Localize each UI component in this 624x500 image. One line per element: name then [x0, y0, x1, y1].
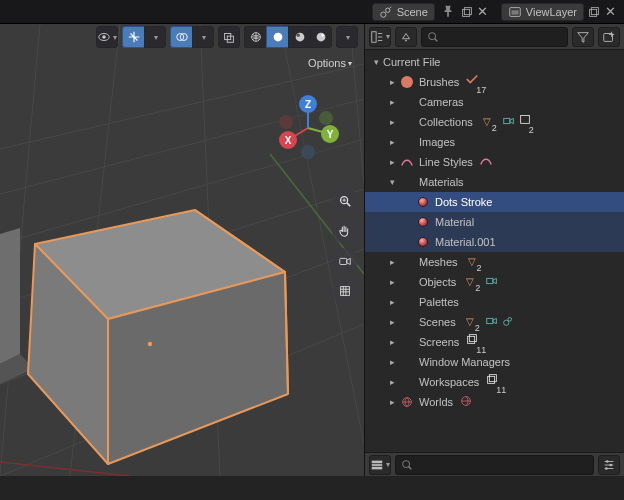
svg-point-38 [296, 34, 300, 38]
screen-badge: 11 [485, 372, 509, 391]
svg-line-70 [435, 38, 438, 41]
new-viewlayer-icon[interactable] [586, 4, 602, 20]
svg-point-30 [102, 35, 106, 39]
disclosure-triangle[interactable]: ▸ [385, 77, 399, 87]
tree-category-window-managers[interactable]: ▸Window Managers [365, 352, 624, 372]
scene-badge [501, 314, 515, 330]
shading-dropdown[interactable]: ▾ [336, 26, 358, 48]
zoom-button[interactable] [332, 188, 358, 214]
disclosure-triangle[interactable]: ▸ [385, 357, 399, 367]
disclosure-triangle[interactable]: ▸ [385, 377, 399, 387]
image-icon [399, 134, 415, 150]
tree-category-palettes[interactable]: ▸Palettes [365, 292, 624, 312]
svg-rect-86 [372, 460, 383, 463]
row-label: Meshes [419, 256, 458, 268]
filter-invert[interactable] [395, 27, 417, 47]
disclosure-triangle[interactable]: ▾ [369, 57, 383, 67]
overlay-dropdown[interactable]: ▾ [192, 26, 214, 48]
tree-category-meshes[interactable]: ▸Meshes▽2 [365, 252, 624, 272]
tree-category-cameras[interactable]: ▸Cameras [365, 92, 624, 112]
outliner-footer: ▾ [365, 452, 624, 476]
svg-point-37 [295, 33, 304, 42]
tree-category-workspaces[interactable]: ▸Workspaces11 [365, 372, 624, 392]
filter-dropdown[interactable] [572, 27, 594, 47]
disclosure-triangle[interactable]: ▸ [385, 257, 399, 267]
disclosure-triangle[interactable]: ▾ [385, 177, 399, 187]
viewport-3d[interactable]: ▾ ▾ ▾ ▾ [0, 24, 364, 476]
disclosure-triangle[interactable]: ▸ [385, 317, 399, 327]
delete-viewlayer-icon[interactable]: ✕ [602, 4, 618, 20]
tree-item-material[interactable]: ▸Material [365, 212, 624, 232]
nav-gizmo[interactable]: X Y Z [270, 90, 346, 166]
new-scene-icon[interactable] [459, 4, 475, 20]
tree-category-line-styles[interactable]: ▸Line Styles [365, 152, 624, 172]
viewport-nav-buttons [332, 188, 358, 304]
row-label: Line Styles [419, 156, 473, 168]
svg-point-45 [319, 111, 333, 125]
outliner-tree[interactable]: ▾Current File▸Brushes17▸Cameras▸Collecti… [365, 50, 624, 452]
gizmo-toggle[interactable] [122, 26, 144, 48]
display-mode-dropdown[interactable]: ▾ [369, 27, 391, 47]
new-collection-button[interactable] [598, 27, 620, 47]
mesh-badge: ▽2 [464, 254, 485, 270]
scene-selector[interactable]: Scene [372, 3, 435, 21]
tree-item-dots-stroke[interactable]: ▸Dots Stroke [365, 192, 624, 212]
disclosure-triangle[interactable]: ▸ [385, 397, 399, 407]
viewlayer-label: ViewLayer [526, 6, 577, 18]
tree-category-objects[interactable]: ▸Objects▽2 [365, 272, 624, 292]
mesh-badge: ▽2 [479, 114, 500, 130]
pan-button[interactable] [332, 218, 358, 244]
row-label: Objects [419, 276, 456, 288]
shading-wireframe[interactable] [244, 26, 266, 48]
footer-editor-type[interactable]: ▾ [369, 455, 391, 475]
footer-search[interactable] [395, 455, 594, 475]
shading-material[interactable] [288, 26, 310, 48]
mesh-badge: ▽2 [462, 314, 483, 330]
disclosure-triangle[interactable]: ▸ [385, 117, 399, 127]
tree-category-worlds[interactable]: ▸Worlds [365, 392, 624, 412]
camera-badge [485, 314, 499, 330]
outliner-search[interactable] [421, 27, 568, 47]
cam-icon [399, 94, 415, 110]
search-icon [400, 458, 414, 472]
delete-scene-icon[interactable]: ✕ [475, 4, 491, 20]
tree-category-screens[interactable]: ▸Screens11 [365, 332, 624, 352]
disclosure-triangle[interactable]: ▸ [385, 97, 399, 107]
gizmo-dropdown[interactable]: ▾ [144, 26, 166, 48]
camera-view-button[interactable] [332, 248, 358, 274]
visibility-dropdown[interactable]: ▾ [96, 26, 118, 48]
svg-rect-76 [487, 278, 493, 283]
tree-category-brushes[interactable]: ▸Brushes17 [365, 72, 624, 92]
tree-category-collections[interactable]: ▸Collections▽22 [365, 112, 624, 132]
tree-category-images[interactable]: ▸Images [365, 132, 624, 152]
outliner-panel: ▾ ▾Current File▸Brushes17▸Cameras▸Collec… [364, 24, 624, 476]
row-label: Images [419, 136, 455, 148]
shading-rendered[interactable] [310, 26, 332, 48]
disclosure-triangle[interactable]: ▸ [385, 137, 399, 147]
disclosure-triangle[interactable]: ▸ [385, 277, 399, 287]
footer-search-input[interactable] [414, 459, 589, 471]
persp-ortho-button[interactable] [332, 278, 358, 304]
disclosure-triangle[interactable]: ▸ [385, 337, 399, 347]
tree-item-material-001[interactable]: ▸Material.001 [365, 232, 624, 252]
svg-rect-75 [520, 116, 529, 124]
xray-toggle[interactable] [218, 26, 240, 48]
tree-category-scenes[interactable]: ▸Scenes▽2 [365, 312, 624, 332]
disclosure-triangle[interactable]: ▸ [385, 297, 399, 307]
footer-options[interactable] [598, 455, 620, 475]
pin-icon[interactable] [441, 4, 455, 20]
brush-icon [399, 74, 415, 90]
svg-point-95 [609, 463, 612, 466]
svg-point-46 [279, 115, 293, 129]
tree-category-materials[interactable]: ▾Materials [365, 172, 624, 192]
svg-point-96 [605, 467, 608, 470]
shading-solid[interactable] [266, 26, 288, 48]
tree-root[interactable]: ▾Current File [365, 52, 624, 72]
camera-badge [485, 274, 499, 290]
search-input[interactable] [440, 31, 563, 43]
viewlayer-selector[interactable]: ViewLayer [501, 3, 584, 21]
overlay-toggle[interactable] [170, 26, 192, 48]
screen-icon [399, 334, 415, 350]
options-dropdown[interactable]: Options ▾ [304, 54, 356, 72]
disclosure-triangle[interactable]: ▸ [385, 157, 399, 167]
